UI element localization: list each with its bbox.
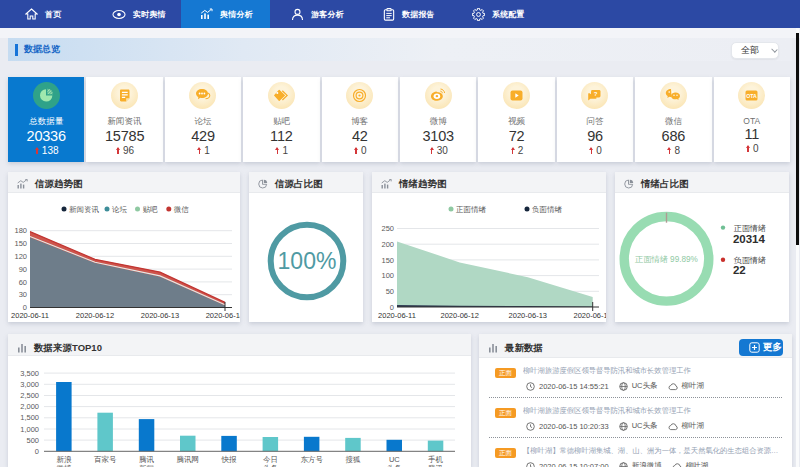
svg-text:正面情绪: 正面情绪 <box>456 205 487 214</box>
svg-text:东方号: 东方号 <box>300 455 323 464</box>
svg-text:1,000: 1,000 <box>20 425 39 434</box>
svg-text:2020-06-14: 2020-06-14 <box>574 311 606 320</box>
svg-text:60: 60 <box>19 278 27 287</box>
svg-text:2020-06-14: 2020-06-14 <box>206 311 240 320</box>
svg-text:50: 50 <box>386 287 394 296</box>
svg-text:百家号: 百家号 <box>94 455 117 464</box>
svg-text:100%: 100% <box>278 248 337 274</box>
svg-text:贴吧: 贴吧 <box>143 205 159 214</box>
svg-text:2020-06-13: 2020-06-13 <box>509 311 547 320</box>
svg-text:3,000: 3,000 <box>20 380 39 389</box>
svg-text:搜狐: 搜狐 <box>346 455 362 464</box>
svg-text:100: 100 <box>381 271 394 280</box>
svg-text:OTA: OTA <box>746 92 757 98</box>
svg-text:0: 0 <box>35 447 39 456</box>
svg-text:90: 90 <box>19 265 27 274</box>
svg-text:头条: 头条 <box>387 464 402 467</box>
svg-text:腾讯网: 腾讯网 <box>177 455 200 464</box>
svg-text:22: 22 <box>733 264 746 276</box>
svg-text:腾讯: 腾讯 <box>139 455 155 464</box>
svg-text:500: 500 <box>26 436 39 445</box>
svg-text:正面情绪: 正面情绪 <box>734 224 766 233</box>
svg-text:2020-06-12: 2020-06-12 <box>441 311 479 320</box>
svg-text:UC: UC <box>389 455 400 464</box>
svg-text:负面情绪: 负面情绪 <box>532 205 563 214</box>
svg-text:20314: 20314 <box>733 233 766 245</box>
svg-text:今日: 今日 <box>263 455 278 464</box>
svg-text:微博: 微博 <box>56 464 72 467</box>
svg-text:腾讯: 腾讯 <box>428 464 444 467</box>
svg-text:正面情绪 99.89%: 正面情绪 99.89% <box>635 255 698 264</box>
svg-text:2020-06-13: 2020-06-13 <box>141 311 179 320</box>
svg-text:快报: 快报 <box>221 455 238 464</box>
svg-text:120: 120 <box>14 252 27 261</box>
svg-text:2020-06-11: 2020-06-11 <box>378 311 416 320</box>
svg-text:微信: 微信 <box>174 205 190 214</box>
svg-text:150: 150 <box>14 239 27 248</box>
svg-text:论坛: 论坛 <box>112 205 128 214</box>
svg-text:?: ? <box>594 90 598 96</box>
svg-text:250: 250 <box>381 224 394 233</box>
svg-text:新闻资讯: 新闻资讯 <box>69 205 100 214</box>
svg-text:200: 200 <box>381 240 394 249</box>
svg-text:1,500: 1,500 <box>20 413 39 422</box>
svg-text:头条: 头条 <box>263 464 278 467</box>
svg-text:新浪: 新浪 <box>56 455 72 464</box>
svg-text:180: 180 <box>14 226 27 235</box>
svg-text:手机: 手机 <box>428 455 444 464</box>
svg-text:150: 150 <box>381 256 394 265</box>
svg-text:2,500: 2,500 <box>20 391 39 400</box>
svg-text:2020-06-11: 2020-06-11 <box>11 311 49 320</box>
svg-text:2020-06-12: 2020-06-12 <box>76 311 114 320</box>
svg-text:3,500: 3,500 <box>20 369 39 378</box>
svg-text:2,000: 2,000 <box>20 402 39 411</box>
svg-text:新闻: 新闻 <box>139 464 154 467</box>
svg-text:30: 30 <box>19 290 27 299</box>
